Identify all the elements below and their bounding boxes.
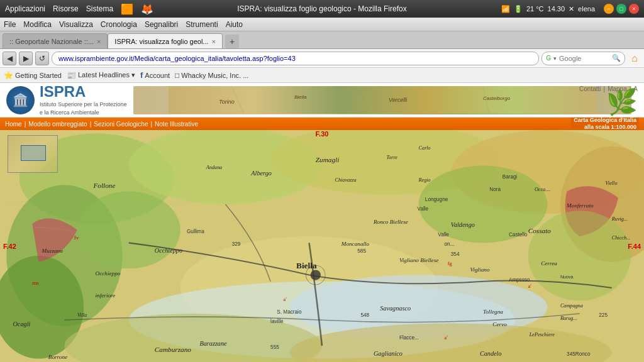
menu-segnalibri[interactable]: Segnalibri xyxy=(145,20,178,29)
maximize-button[interactable]: □ xyxy=(616,4,626,14)
svg-text:fg: fg xyxy=(448,261,452,266)
ispra-header: 🏛️ ISPRA Istituto Superiore per la Prote… xyxy=(0,83,644,118)
svg-text:354: 354 xyxy=(451,251,460,257)
svg-text:inferiore: inferiore xyxy=(96,292,116,299)
menu-strumenti[interactable]: Strumenti xyxy=(186,20,218,29)
menu-cronologia[interactable]: Cronologia xyxy=(101,20,137,29)
back-button[interactable]: ◀ xyxy=(3,52,16,65)
svg-text:Vigliano: Vigliano xyxy=(470,266,490,273)
bookmark-whacky-music[interactable]: □ Whacky Music, Inc. ... xyxy=(175,71,248,80)
search-icon[interactable]: 🔍 xyxy=(612,54,621,62)
forward-button[interactable]: ▶ xyxy=(19,52,33,65)
banner-image: Torino Biella Vercelli Castelborgo xyxy=(169,86,596,114)
ispra-emblem: 🏛️ xyxy=(6,86,35,114)
minimize-button[interactable]: − xyxy=(604,4,614,14)
svg-text:Barug...: Barug... xyxy=(560,315,577,321)
f44-marker: F.44 xyxy=(628,243,641,250)
app-menu[interactable]: Applicazioni Risorse Sistema 🟧 🦊 xyxy=(5,3,153,15)
svg-text:Cossato: Cossato xyxy=(528,227,552,234)
carta-geologica-badge: Carta Geologica d'Italia alla scala 1:10… xyxy=(571,117,639,131)
menu-visualizza[interactable]: Visualizza xyxy=(59,20,93,29)
svg-text:Flacce...: Flacce... xyxy=(399,335,419,341)
svg-text:345Ronco: 345Ronco xyxy=(567,351,591,357)
map-container[interactable]: F.30 F.42 F.44 xyxy=(0,130,644,362)
svg-text:Follone: Follone xyxy=(92,182,115,189)
svg-text:Moncanallo: Moncanallo xyxy=(341,241,370,248)
nav-home[interactable]: Home xyxy=(5,121,22,128)
url-input[interactable] xyxy=(52,52,539,65)
svg-text:laville: laville xyxy=(270,319,284,324)
svg-text:S. Macraio: S. Macraio xyxy=(277,309,302,315)
home-button[interactable]: ⌂ xyxy=(628,52,641,65)
menu-modifica[interactable]: Modifica xyxy=(23,20,52,29)
firefox-icon[interactable]: 🦊 xyxy=(141,3,153,15)
titlebar: Applicazioni Risorse Sistema 🟧 🦊 ISPRA: … xyxy=(0,0,644,18)
search-box[interactable]: G ▾ 🔍 xyxy=(541,52,625,65)
tab-ispra-close-icon[interactable]: × xyxy=(212,38,216,45)
svg-text:Valle: Valle xyxy=(438,232,449,238)
username: elena xyxy=(578,5,595,13)
svg-text:Nuova: Nuova xyxy=(560,275,574,280)
f42-marker: F.42 xyxy=(3,243,16,250)
contatti-link[interactable]: Contatti xyxy=(579,85,601,92)
svg-text:Borrone: Borrone xyxy=(48,354,67,360)
svg-text:Chicch...: Chicch... xyxy=(612,235,630,241)
bookmark-page-icon: □ xyxy=(175,71,179,80)
sistema-menu-item[interactable]: Sistema xyxy=(86,4,113,13)
menu-file[interactable]: File xyxy=(4,20,16,29)
facebook-icon: f xyxy=(140,70,143,80)
svg-text:Vigliano Biellese: Vigliano Biellese xyxy=(399,257,438,263)
tab-geoportale[interactable]: :: Geoportale Nazionale ::... × xyxy=(3,33,108,48)
bookmarks-bar: ⭐ Getting Started 📰 Latest Headlines ▾ f… xyxy=(0,68,644,83)
inset-map[interactable] xyxy=(8,135,58,173)
search-dropdown-icon[interactable]: ▾ xyxy=(553,55,557,62)
svg-text:Ruvig...: Ruvig... xyxy=(611,216,628,222)
svg-text:Torino: Torino xyxy=(219,99,235,105)
search-engine-icon: G xyxy=(546,55,551,62)
svg-text:LePeschiere: LePeschiere xyxy=(529,332,555,337)
tab-ispra-label: ISPRA: visualizza foglio geol... xyxy=(114,38,208,45)
nav-note[interactable]: Note Illustrative xyxy=(155,121,198,128)
svg-text:Barazzane: Barazzane xyxy=(199,340,227,347)
svg-text:Torre: Torre xyxy=(386,155,397,160)
close-button[interactable]: × xyxy=(629,4,639,14)
bookmark-account-label: Account xyxy=(145,72,170,79)
taskbar-icon1[interactable]: 🟧 xyxy=(121,3,133,15)
nav-sep3: | xyxy=(150,121,152,128)
svg-text:a': a' xyxy=(528,283,532,289)
menu-bar: File Modifica Visualizza Cronologia Segn… xyxy=(0,18,644,31)
search-input[interactable] xyxy=(559,55,609,62)
tab-ispra[interactable]: ISPRA: visualizza foglio geol... × xyxy=(108,33,223,48)
bookmark-account[interactable]: f Account xyxy=(140,70,170,80)
svg-text:Castelborgo: Castelborgo xyxy=(483,96,511,101)
svg-point-24 xyxy=(311,270,321,280)
reload-button[interactable]: ↺ xyxy=(35,52,49,65)
tab-close-icon[interactable]: × xyxy=(97,38,101,45)
svg-text:Biella: Biella xyxy=(294,94,307,100)
svg-text:Tollegna: Tollegna xyxy=(483,309,503,315)
svg-text:Valle: Valle xyxy=(418,206,429,212)
rss-icon: 📰 xyxy=(67,71,76,80)
svg-text:225: 225 xyxy=(599,312,608,318)
new-tab-button[interactable]: + xyxy=(225,35,239,48)
ispra-logo: 🏛️ ISPRA Istituto Superiore per la Prote… xyxy=(6,83,127,116)
ispra-banner: Torino Biella Vercelli Castelborgo xyxy=(133,86,631,114)
nav-modello[interactable]: Modello ombreggiato xyxy=(28,121,87,128)
svg-text:Candelo: Candelo xyxy=(480,350,502,357)
bookmark-getting-started-label: Getting Started xyxy=(15,72,62,79)
bookmark-latest-headlines[interactable]: 📰 Latest Headlines ▾ xyxy=(67,71,135,80)
menu-aiuto[interactable]: Aiuto xyxy=(226,20,243,29)
nav-sezioni[interactable]: Sezioni Geologiche xyxy=(94,121,148,128)
battery-icon: 🔋 xyxy=(514,5,523,13)
svg-text:Castello: Castello xyxy=(509,232,528,238)
svg-text:Andana: Andana xyxy=(206,165,222,170)
f30-marker: F.30 xyxy=(316,130,329,138)
window-title: ISPRA: visualizza foglio geologico - Moz… xyxy=(237,4,406,13)
window-controls[interactable]: − □ × xyxy=(604,4,639,14)
leaf-icon: 🌿 xyxy=(606,83,638,117)
risorse-menu-item[interactable]: Risorse xyxy=(53,4,79,13)
ispra-title: ISPRA xyxy=(40,83,127,101)
bookmark-getting-started[interactable]: ⭐ Getting Started xyxy=(4,71,62,80)
apps-menu-item[interactable]: Applicazioni xyxy=(5,4,45,13)
svg-text:Cerrea: Cerrea xyxy=(541,260,557,266)
